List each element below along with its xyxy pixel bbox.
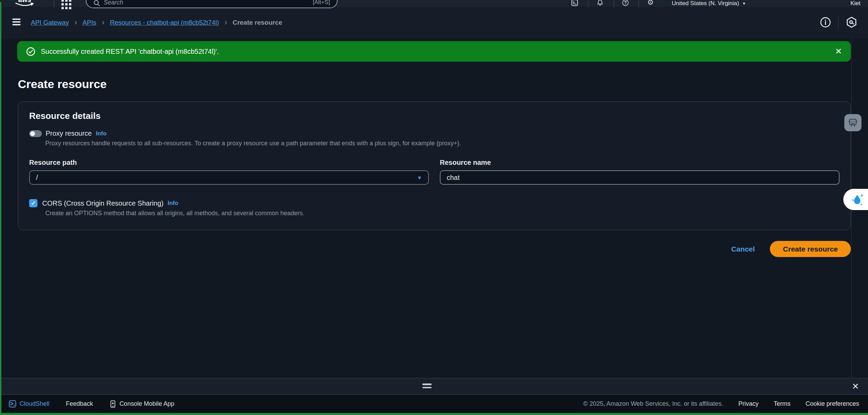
- console-search[interactable]: [Alt+S]: [86, 0, 338, 8]
- split-panel-drag-handle[interactable]: [422, 383, 432, 390]
- proxy-info-link[interactable]: Info: [96, 130, 107, 137]
- success-flashbar: Successfully created REST API 'chatbot-a…: [17, 41, 851, 62]
- cancel-button[interactable]: Cancel: [731, 245, 755, 253]
- screen-capture-border-bottom: [0, 413, 868, 415]
- proxy-resource-description: Proxy resources handle requests to all s…: [45, 140, 840, 147]
- resource-path-value: /: [36, 174, 38, 182]
- resource-path-select[interactable]: /: [29, 170, 429, 185]
- breadcrumb-link-apis[interactable]: APIs: [83, 19, 96, 26]
- topbar-divider: [588, 0, 588, 8]
- resource-details-panel: Resource details Proxy resource Info Pro…: [18, 101, 851, 230]
- breadcrumb-separator-icon: [102, 18, 105, 27]
- cloudshell-icon: [9, 400, 16, 407]
- top-nav-bar: aws [Alt+S] ⚙ United States (N. Virginia…: [0, 0, 868, 7]
- success-check-icon: [26, 47, 35, 56]
- water-drop-sparkle-icon: [850, 192, 866, 207]
- proxy-resource-row: Proxy resource Info: [29, 130, 840, 137]
- feedback-button[interactable]: Feedback: [66, 400, 93, 407]
- search-icon: [93, 0, 100, 7]
- cloudshell-terminal-icon[interactable]: [571, 0, 578, 7]
- notifications-bell-icon[interactable]: [596, 0, 604, 7]
- proxy-resource-toggle[interactable]: [29, 130, 42, 137]
- search-input[interactable]: [104, 0, 313, 6]
- aws-swoosh-icon: [15, 3, 34, 7]
- breadcrumb: API Gateway APIs Resources - chatbot-api…: [31, 18, 282, 27]
- account-menu[interactable]: Kiet: [851, 0, 860, 7]
- mascot-robot-icon: [847, 117, 858, 128]
- select-caret-icon: [417, 175, 422, 181]
- resource-form-grid: Resource path / Resource name: [29, 159, 840, 185]
- cloudshell-button[interactable]: CloudShell: [9, 400, 49, 407]
- cors-row: CORS (Cross Origin Resource Sharing) Inf…: [29, 199, 840, 207]
- services-grid-icon[interactable]: [61, 0, 71, 9]
- aws-logo[interactable]: aws: [14, 0, 35, 8]
- breadcrumb-link-api-gateway[interactable]: API Gateway: [31, 19, 69, 26]
- topbar-divider: [614, 0, 614, 8]
- terms-link[interactable]: Terms: [774, 400, 790, 407]
- split-panel-close-icon[interactable]: [852, 381, 859, 391]
- aws-console-screen: aws [Alt+S] ⚙ United States (N. Virginia…: [0, 0, 868, 415]
- topbar-divider: [638, 0, 639, 8]
- resource-name-input[interactable]: [440, 170, 840, 185]
- form-actions: Cancel Create resource: [18, 241, 851, 257]
- breadcrumb-separator-icon: [224, 18, 227, 27]
- breadcrumb-current: Create resource: [233, 19, 282, 26]
- chevron-down-icon: ▼: [742, 1, 746, 5]
- toggle-knob: [30, 131, 35, 136]
- assistant-extension-button[interactable]: [843, 189, 868, 210]
- search-shortcut-hint: [Alt+S]: [313, 0, 330, 6]
- vertical-divider: [838, 16, 838, 29]
- cloudshell-label: CloudShell: [20, 400, 49, 407]
- split-panel-bar: [0, 378, 868, 395]
- settings-gear-icon[interactable]: ⚙: [647, 0, 654, 7]
- region-label: United States (N. Virginia): [672, 0, 739, 7]
- cors-info-link[interactable]: Info: [167, 200, 178, 207]
- create-resource-button[interactable]: Create resource: [770, 241, 851, 257]
- resource-path-label: Resource path: [29, 159, 429, 167]
- resource-name-field: Resource name: [440, 159, 840, 185]
- copyright-text: © 2025, Amazon Web Services, Inc. or its…: [583, 400, 723, 407]
- amazon-q-hexagon-icon[interactable]: [845, 16, 858, 28]
- console-mobile-app-button[interactable]: Console Mobile App: [109, 400, 174, 408]
- region-selector[interactable]: United States (N. Virginia) ▼: [672, 0, 746, 7]
- cookie-preferences-link[interactable]: Cookie preferences: [806, 400, 859, 407]
- panel-title: Resource details: [29, 111, 840, 121]
- breadcrumb-bar: API Gateway APIs Resources - chatbot-api…: [0, 7, 868, 38]
- proxy-resource-label: Proxy resource: [46, 130, 92, 137]
- cors-description: Create an OPTIONS method that allows all…: [45, 210, 840, 217]
- console-footer: CloudShell Feedback Console Mobile App ©…: [0, 395, 868, 413]
- flashbar-close-icon[interactable]: [835, 47, 842, 56]
- breadcrumb-separator-icon: [74, 18, 77, 27]
- extension-mascot-button[interactable]: [844, 114, 861, 131]
- cors-checkbox[interactable]: [29, 199, 37, 207]
- page-title: Create resource: [18, 77, 107, 91]
- help-icon[interactable]: [622, 0, 629, 7]
- cors-label: CORS (Cross Origin Resource Sharing): [42, 199, 163, 207]
- topbar-divider: [54, 0, 54, 8]
- console-mobile-app-label: Console Mobile App: [119, 400, 174, 407]
- screen-capture-border-left: [0, 2, 1, 415]
- breadcrumb-link-resources[interactable]: Resources - chatbot-api (m8cb52t74l): [110, 19, 219, 26]
- side-nav-toggle[interactable]: [12, 19, 21, 27]
- info-panel-icon[interactable]: [820, 16, 831, 28]
- privacy-link[interactable]: Privacy: [738, 400, 759, 407]
- resource-name-label: Resource name: [440, 159, 840, 167]
- resource-path-field: Resource path /: [29, 159, 429, 185]
- mobile-phone-icon: [109, 400, 116, 408]
- flashbar-message: Successfully created REST API 'chatbot-a…: [41, 48, 219, 56]
